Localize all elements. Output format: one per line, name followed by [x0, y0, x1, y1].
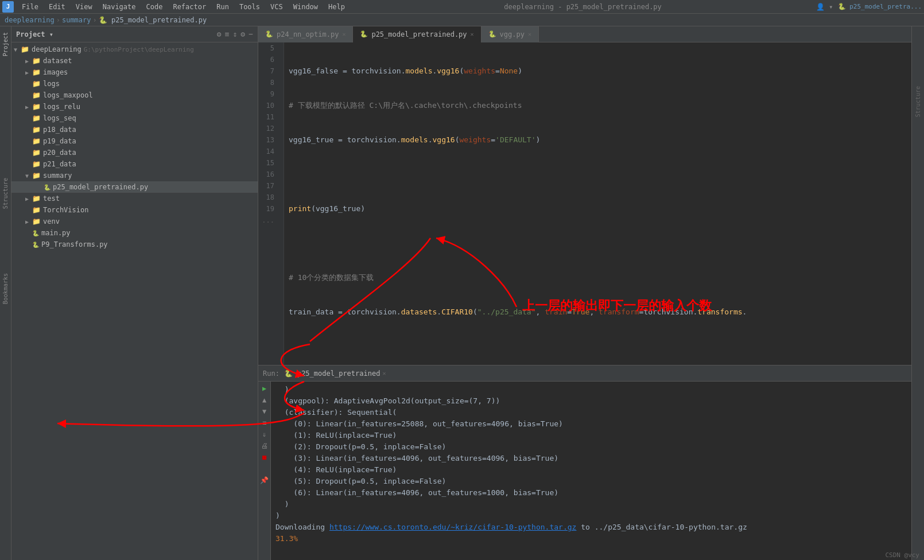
breadcrumb-summary[interactable]: summary — [62, 16, 91, 24]
menu-tools[interactable]: Tools — [235, 2, 265, 12]
run-print-icon[interactable]: 🖨 — [260, 441, 269, 450]
run-line-progress: 31.3% — [275, 533, 907, 545]
tab-p25-close[interactable]: ✕ — [471, 31, 474, 37]
run-output: ) (avgpool): AdaptiveAvgPool2d(output_si… — [271, 382, 911, 560]
tab-vgg-icon: 🐍 — [488, 30, 496, 38]
bottom-text: CSDN @vcy — [885, 551, 919, 559]
project-icons: ⚙ ≡ ⇕ ⚙ − — [217, 30, 253, 38]
tree-logs-maxpool[interactable]: 📁 logs_maxpool — [11, 90, 258, 101]
close-panel-icon[interactable]: − — [249, 30, 253, 38]
run-line-2: (2): Dropout(p=0.5, inplace=False) — [275, 441, 907, 453]
tree-test[interactable]: ▶ 📁 test — [11, 193, 258, 204]
run-wrap-icon[interactable]: ≡ — [260, 418, 269, 427]
run-tab-close[interactable]: ✕ — [382, 370, 386, 376]
run-up-icon[interactable]: ▲ — [260, 395, 269, 405]
tree-p25-file[interactable]: 🐍 p25_model_pretrained.py — [11, 181, 258, 193]
gear-icon[interactable]: ⚙ — [217, 30, 222, 38]
tab-p25-label: p25_model_pretrained.py — [371, 30, 467, 38]
run-restart-icon[interactable]: ▶ — [260, 384, 269, 393]
run-controls: ▶ ▲ ▼ ≡ ⇓ 🖨 ■ 📌 — [258, 382, 271, 560]
right-area: 🐍 p24_nn_optim.py ✕ 🐍 p25_model_pretrain… — [258, 26, 911, 560]
menu-vcs[interactable]: VCS — [266, 2, 288, 12]
run-line-downloading: Downloading https://www.cs.toronto.edu/~… — [275, 522, 907, 533]
expand-icon[interactable]: ≡ — [225, 30, 230, 38]
run-line-paren: ) — [275, 384, 907, 395]
bottom-bar: CSDN @vcy — [880, 550, 924, 560]
menu-view[interactable]: View — [71, 2, 97, 12]
menu-refactor[interactable]: Refactor — [168, 2, 211, 12]
breadcrumb-deeplearning[interactable]: deeplearning — [5, 16, 55, 24]
right-sidebar: Structure — [911, 26, 924, 560]
tree-images[interactable]: ▶ 📁 images — [11, 67, 258, 78]
breadcrumb-file[interactable]: 🐍 p25_model_pretrained.py — [99, 16, 207, 24]
tree-logs-relu[interactable]: ▶ 📁 logs_relu — [11, 101, 258, 112]
collapse-icon[interactable]: ⇕ — [233, 30, 238, 38]
run-line-6: (6): Linear(in_features=4096, out_featur… — [275, 487, 907, 499]
run-line-close1: ) — [275, 499, 907, 510]
project-header: Project ▾ ⚙ ≡ ⇕ ⚙ − — [11, 26, 258, 42]
tab-p24-label: p24_nn_optim.py — [277, 30, 339, 38]
tree-p20-data[interactable]: 📁 p20_data — [11, 147, 258, 158]
run-line-4: (4): ReLU(inplace=True) — [275, 464, 907, 476]
settings-icon[interactable]: ⚙ — [240, 30, 245, 38]
run-line-close2: ) — [275, 510, 907, 522]
tree-p18-data[interactable]: 📁 p18_data — [11, 124, 258, 135]
tree-logs-seq[interactable]: 📁 logs_seq — [11, 112, 258, 124]
run-line-0: (0): Linear(in_features=25088, out_featu… — [275, 418, 907, 430]
tab-vgg-close[interactable]: ✕ — [528, 31, 531, 37]
run-line-1: (1): ReLU(inplace=True) — [275, 430, 907, 441]
left-tabs: Project Structure Bookmarks — [0, 26, 11, 560]
run-header: Run: 🐍 p25_model_pretrained ✕ — [258, 365, 911, 382]
progress-text: 31.3% — [275, 533, 298, 545]
menu-code[interactable]: Code — [142, 2, 168, 12]
tree-venv[interactable]: ▶ 📁 venv — [11, 216, 258, 227]
tree-torchvision[interactable]: 📁 TorchVision — [11, 204, 258, 216]
run-line-3: (3): Linear(in_features=4096, out_featur… — [275, 453, 907, 464]
menu-run[interactable]: Run — [212, 2, 234, 12]
tree-summary[interactable]: ▼ 📁 summary — [11, 170, 258, 181]
tree-p19-data[interactable]: 📁 p19_data — [11, 135, 258, 147]
download-link[interactable]: https://www.cs.toronto.edu/~kriz/cifar-1… — [329, 522, 576, 533]
tab-vgg[interactable]: 🐍 vgg.py ✕ — [482, 26, 539, 42]
run-down-icon[interactable]: ▼ — [260, 407, 269, 416]
menu-right-area: 👤 ▾ 🐍 p25_model_pretra... — [816, 3, 922, 11]
tab-bookmarks[interactable]: Bookmarks — [1, 270, 10, 308]
run-tab-name: p25_model_pretrained — [297, 370, 381, 378]
tab-structure-left[interactable]: Structure — [1, 174, 10, 212]
run-content: ▶ ▲ ▼ ≡ ⇓ 🖨 ■ 📌 ) (avgpool): AdaptiveAvg… — [258, 382, 911, 560]
menu-help[interactable]: Help — [324, 2, 350, 12]
project-panel: Project ▾ ⚙ ≡ ⇕ ⚙ − ▼ 📁 deepLearning G:\… — [11, 26, 258, 560]
tree-main-py[interactable]: 🐍 main.py — [11, 227, 258, 239]
run-scroll-icon[interactable]: ⇓ — [260, 430, 269, 439]
code-content[interactable]: vgg16_false = torchvision.models.vgg16(w… — [284, 42, 911, 365]
structure-tab[interactable]: Structure — [915, 84, 921, 119]
code-editor[interactable]: 5 6 7 8 9 10 11 12 13 14 15 16 17 18 19 … — [258, 42, 911, 365]
tree-root[interactable]: ▼ 📁 deepLearning G:\pythonProject\deepLe… — [11, 44, 258, 55]
main-layout: Project Structure Bookmarks Project ▾ ⚙ … — [0, 26, 924, 560]
project-title: Project ▾ — [16, 30, 217, 38]
breadcrumb: deeplearning › summary › 🐍 p25_model_pre… — [0, 14, 924, 26]
tree-logs[interactable]: 📁 logs — [11, 78, 258, 90]
run-line-classifier: (classifier): Sequential( — [275, 407, 907, 418]
project-tree: ▼ 📁 deepLearning G:\pythonProject\deepLe… — [11, 42, 258, 560]
run-tab[interactable]: p25_model_pretrained ✕ — [297, 370, 386, 378]
menu-edit[interactable]: Edit — [44, 2, 70, 12]
tabs-bar: 🐍 p24_nn_optim.py ✕ 🐍 p25_model_pretrain… — [258, 26, 911, 42]
menu-file[interactable]: File — [17, 2, 43, 12]
run-label: Run: — [263, 370, 279, 378]
tab-p24[interactable]: 🐍 p24_nn_optim.py ✕ — [258, 26, 353, 42]
tree-dataset[interactable]: ▶ 📁 dataset — [11, 55, 258, 67]
tab-project[interactable]: Project — [1, 29, 10, 60]
window-title: deeplearning - p25_model_pretrained.py — [350, 3, 816, 11]
menu-window[interactable]: Window — [289, 2, 323, 12]
run-pin-icon[interactable]: 📌 — [260, 476, 269, 485]
menu-navigate[interactable]: Navigate — [98, 2, 141, 12]
tab-p24-icon: 🐍 — [265, 30, 273, 38]
run-line-avgpool: (avgpool): AdaptiveAvgPool2d(output_size… — [275, 395, 907, 407]
tab-vgg-label: vgg.py — [500, 30, 525, 38]
tree-p9-transforms[interactable]: 🐍 P9_Transforms.py — [11, 239, 258, 250]
tree-p21-data[interactable]: 📁 p21_data — [11, 158, 258, 170]
tab-p25[interactable]: 🐍 p25_model_pretrained.py ✕ — [353, 26, 481, 42]
tab-p24-close[interactable]: ✕ — [342, 31, 345, 37]
run-stop-icon[interactable]: ■ — [260, 453, 269, 462]
